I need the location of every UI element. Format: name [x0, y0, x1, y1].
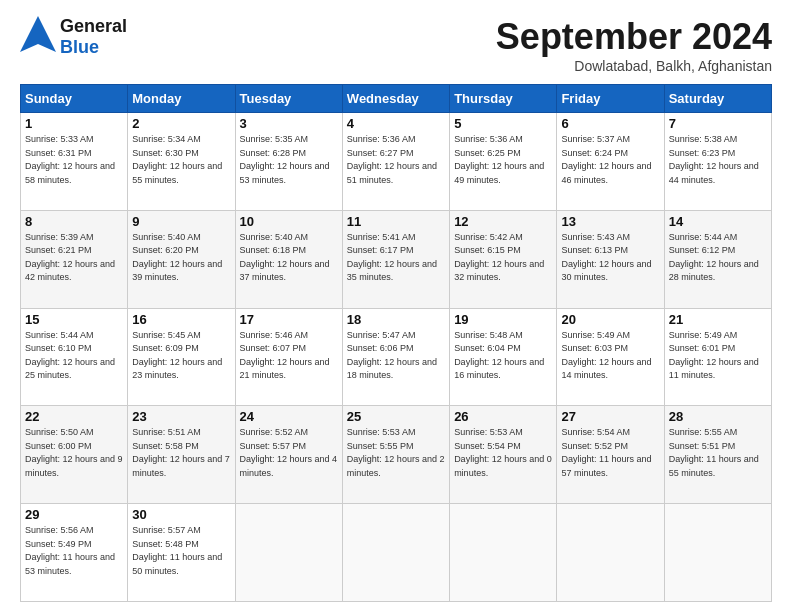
calendar-header-row: SundayMondayTuesdayWednesdayThursdayFrid…	[21, 85, 772, 113]
day-info: Sunrise: 5:53 AMSunset: 5:55 PMDaylight:…	[347, 426, 445, 480]
day-info: Sunrise: 5:52 AMSunset: 5:57 PMDaylight:…	[240, 426, 338, 480]
day-number: 9	[132, 214, 230, 229]
day-number: 7	[669, 116, 767, 131]
day-number: 19	[454, 312, 552, 327]
day-number: 6	[561, 116, 659, 131]
calendar-cell: 19Sunrise: 5:48 AMSunset: 6:04 PMDayligh…	[450, 308, 557, 406]
calendar-cell	[450, 504, 557, 602]
weekday-header-wednesday: Wednesday	[342, 85, 449, 113]
logo: General Blue	[20, 16, 127, 58]
day-info: Sunrise: 5:44 AMSunset: 6:10 PMDaylight:…	[25, 329, 123, 383]
day-number: 30	[132, 507, 230, 522]
calendar-cell: 22Sunrise: 5:50 AMSunset: 6:00 PMDayligh…	[21, 406, 128, 504]
calendar-cell: 4Sunrise: 5:36 AMSunset: 6:27 PMDaylight…	[342, 113, 449, 211]
day-info: Sunrise: 5:34 AMSunset: 6:30 PMDaylight:…	[132, 133, 230, 187]
day-info: Sunrise: 5:50 AMSunset: 6:00 PMDaylight:…	[25, 426, 123, 480]
day-number: 23	[132, 409, 230, 424]
calendar-cell: 18Sunrise: 5:47 AMSunset: 6:06 PMDayligh…	[342, 308, 449, 406]
day-number: 14	[669, 214, 767, 229]
day-number: 11	[347, 214, 445, 229]
calendar-cell: 12Sunrise: 5:42 AMSunset: 6:15 PMDayligh…	[450, 210, 557, 308]
day-number: 10	[240, 214, 338, 229]
weekday-header-sunday: Sunday	[21, 85, 128, 113]
calendar-cell: 28Sunrise: 5:55 AMSunset: 5:51 PMDayligh…	[664, 406, 771, 504]
day-info: Sunrise: 5:57 AMSunset: 5:48 PMDaylight:…	[132, 524, 230, 578]
day-info: Sunrise: 5:38 AMSunset: 6:23 PMDaylight:…	[669, 133, 767, 187]
calendar-cell	[235, 504, 342, 602]
calendar-cell: 16Sunrise: 5:45 AMSunset: 6:09 PMDayligh…	[128, 308, 235, 406]
calendar-cell: 2Sunrise: 5:34 AMSunset: 6:30 PMDaylight…	[128, 113, 235, 211]
header: General Blue September 2024 Dowlatabad, …	[20, 16, 772, 74]
calendar-cell: 21Sunrise: 5:49 AMSunset: 6:01 PMDayligh…	[664, 308, 771, 406]
calendar-cell: 1Sunrise: 5:33 AMSunset: 6:31 PMDaylight…	[21, 113, 128, 211]
day-number: 12	[454, 214, 552, 229]
calendar-week-row: 15Sunrise: 5:44 AMSunset: 6:10 PMDayligh…	[21, 308, 772, 406]
day-number: 1	[25, 116, 123, 131]
day-number: 17	[240, 312, 338, 327]
calendar-cell: 9Sunrise: 5:40 AMSunset: 6:20 PMDaylight…	[128, 210, 235, 308]
weekday-header-thursday: Thursday	[450, 85, 557, 113]
calendar-cell	[342, 504, 449, 602]
calendar-cell: 27Sunrise: 5:54 AMSunset: 5:52 PMDayligh…	[557, 406, 664, 504]
day-info: Sunrise: 5:44 AMSunset: 6:12 PMDaylight:…	[669, 231, 767, 285]
calendar-week-row: 22Sunrise: 5:50 AMSunset: 6:00 PMDayligh…	[21, 406, 772, 504]
day-number: 18	[347, 312, 445, 327]
day-number: 25	[347, 409, 445, 424]
logo-general: General	[60, 16, 127, 37]
day-number: 26	[454, 409, 552, 424]
calendar-cell: 30Sunrise: 5:57 AMSunset: 5:48 PMDayligh…	[128, 504, 235, 602]
calendar-week-row: 1Sunrise: 5:33 AMSunset: 6:31 PMDaylight…	[21, 113, 772, 211]
calendar-cell: 17Sunrise: 5:46 AMSunset: 6:07 PMDayligh…	[235, 308, 342, 406]
day-info: Sunrise: 5:46 AMSunset: 6:07 PMDaylight:…	[240, 329, 338, 383]
calendar-cell: 7Sunrise: 5:38 AMSunset: 6:23 PMDaylight…	[664, 113, 771, 211]
calendar-cell: 25Sunrise: 5:53 AMSunset: 5:55 PMDayligh…	[342, 406, 449, 504]
day-number: 29	[25, 507, 123, 522]
day-info: Sunrise: 5:56 AMSunset: 5:49 PMDaylight:…	[25, 524, 123, 578]
day-info: Sunrise: 5:33 AMSunset: 6:31 PMDaylight:…	[25, 133, 123, 187]
weekday-header-tuesday: Tuesday	[235, 85, 342, 113]
svg-marker-0	[20, 16, 56, 52]
location: Dowlatabad, Balkh, Afghanistan	[496, 58, 772, 74]
day-number: 16	[132, 312, 230, 327]
day-info: Sunrise: 5:51 AMSunset: 5:58 PMDaylight:…	[132, 426, 230, 480]
day-number: 24	[240, 409, 338, 424]
day-number: 21	[669, 312, 767, 327]
day-info: Sunrise: 5:35 AMSunset: 6:28 PMDaylight:…	[240, 133, 338, 187]
day-number: 4	[347, 116, 445, 131]
day-number: 27	[561, 409, 659, 424]
day-info: Sunrise: 5:41 AMSunset: 6:17 PMDaylight:…	[347, 231, 445, 285]
day-number: 22	[25, 409, 123, 424]
calendar-cell: 23Sunrise: 5:51 AMSunset: 5:58 PMDayligh…	[128, 406, 235, 504]
day-info: Sunrise: 5:45 AMSunset: 6:09 PMDaylight:…	[132, 329, 230, 383]
calendar-cell	[557, 504, 664, 602]
logo-icon	[20, 16, 56, 58]
day-number: 8	[25, 214, 123, 229]
title-block: September 2024 Dowlatabad, Balkh, Afghan…	[496, 16, 772, 74]
calendar-week-row: 8Sunrise: 5:39 AMSunset: 6:21 PMDaylight…	[21, 210, 772, 308]
day-number: 13	[561, 214, 659, 229]
calendar-cell: 14Sunrise: 5:44 AMSunset: 6:12 PMDayligh…	[664, 210, 771, 308]
day-info: Sunrise: 5:55 AMSunset: 5:51 PMDaylight:…	[669, 426, 767, 480]
day-number: 20	[561, 312, 659, 327]
day-info: Sunrise: 5:47 AMSunset: 6:06 PMDaylight:…	[347, 329, 445, 383]
calendar-cell: 6Sunrise: 5:37 AMSunset: 6:24 PMDaylight…	[557, 113, 664, 211]
day-info: Sunrise: 5:54 AMSunset: 5:52 PMDaylight:…	[561, 426, 659, 480]
day-info: Sunrise: 5:42 AMSunset: 6:15 PMDaylight:…	[454, 231, 552, 285]
calendar-table: SundayMondayTuesdayWednesdayThursdayFrid…	[20, 84, 772, 602]
calendar-cell: 13Sunrise: 5:43 AMSunset: 6:13 PMDayligh…	[557, 210, 664, 308]
calendar-cell: 5Sunrise: 5:36 AMSunset: 6:25 PMDaylight…	[450, 113, 557, 211]
calendar-cell: 20Sunrise: 5:49 AMSunset: 6:03 PMDayligh…	[557, 308, 664, 406]
page: General Blue September 2024 Dowlatabad, …	[0, 0, 792, 612]
day-info: Sunrise: 5:37 AMSunset: 6:24 PMDaylight:…	[561, 133, 659, 187]
day-number: 3	[240, 116, 338, 131]
day-info: Sunrise: 5:53 AMSunset: 5:54 PMDaylight:…	[454, 426, 552, 480]
day-info: Sunrise: 5:49 AMSunset: 6:03 PMDaylight:…	[561, 329, 659, 383]
calendar-body: 1Sunrise: 5:33 AMSunset: 6:31 PMDaylight…	[21, 113, 772, 602]
month-title: September 2024	[496, 16, 772, 58]
logo-blue: Blue	[60, 37, 99, 57]
day-info: Sunrise: 5:36 AMSunset: 6:25 PMDaylight:…	[454, 133, 552, 187]
calendar-cell: 10Sunrise: 5:40 AMSunset: 6:18 PMDayligh…	[235, 210, 342, 308]
day-info: Sunrise: 5:43 AMSunset: 6:13 PMDaylight:…	[561, 231, 659, 285]
day-number: 2	[132, 116, 230, 131]
day-info: Sunrise: 5:48 AMSunset: 6:04 PMDaylight:…	[454, 329, 552, 383]
